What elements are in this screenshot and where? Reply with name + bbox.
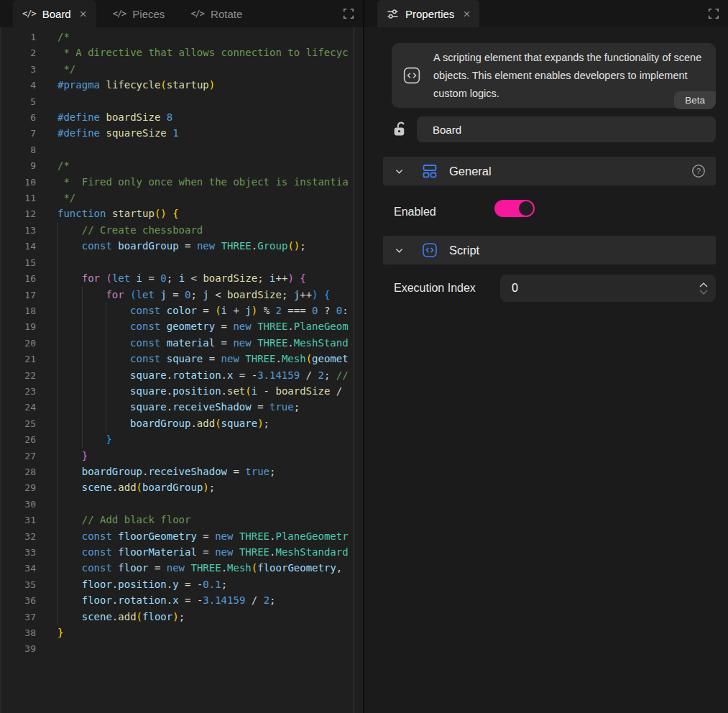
code-panel: </> Board × </> Pieces </> Rotate 1/*2 *… bbox=[0, 0, 363, 713]
code-line: 22square.rotation.x = -3.14159 / 2; // bbox=[1, 367, 363, 383]
stepper-up-icon[interactable] bbox=[699, 282, 709, 288]
code-line: 31// Add black floor bbox=[1, 512, 363, 528]
code-editor[interactable]: 1/*2 * A directive that allows connectio… bbox=[0, 27, 363, 713]
tab-label: Rotate bbox=[211, 8, 242, 20]
chevron-down-icon[interactable] bbox=[394, 245, 405, 256]
line-number: 13 bbox=[1, 223, 36, 239]
tab-label: Board bbox=[42, 8, 71, 20]
code-line: 12function startup() { bbox=[1, 206, 363, 221]
line-number: 21 bbox=[1, 351, 36, 367]
code-icon: </> bbox=[113, 9, 126, 19]
number-stepper bbox=[699, 282, 709, 295]
line-number: 6 bbox=[1, 110, 36, 126]
code-line: 5 bbox=[1, 93, 363, 109]
code-line: 18const color = (i + j) % 2 === 0 ? 0: bbox=[1, 303, 363, 318]
line-number: 1 bbox=[1, 29, 36, 45]
code-line: 20const material = new THREE.MeshStand bbox=[1, 335, 363, 351]
line-number: 38 bbox=[1, 625, 36, 641]
line-number: 29 bbox=[1, 480, 36, 496]
script-description-text: A scripting element that expands the fun… bbox=[433, 49, 704, 103]
code-line: 10 * Fired only once when the object is … bbox=[1, 174, 363, 190]
line-number: 20 bbox=[1, 336, 36, 351]
properties-body: A scripting element that expands the fun… bbox=[364, 27, 728, 713]
code-line: 35floor.position.y = -0.1; bbox=[1, 576, 363, 592]
properties-panel: Properties × A scripting element that ex… bbox=[363, 0, 728, 713]
code-line: 34const floor = new THREE.Mesh(floorGeom… bbox=[1, 560, 363, 576]
code-line: 28boardGroup.receiveShadow = true; bbox=[1, 464, 363, 479]
section-general-header[interactable]: General ? bbox=[383, 157, 716, 185]
code-line: 39 bbox=[1, 640, 363, 656]
line-number: 5 bbox=[1, 94, 36, 110]
code-line: 17for (let j = 0; j < boardSize; j++) { bbox=[1, 287, 363, 303]
code-line: 23square.position.set(i - boardSize / bbox=[1, 383, 363, 399]
section-script-header[interactable]: Script bbox=[383, 236, 716, 264]
code-line: 13// Create chessboard bbox=[1, 222, 363, 238]
tab-rotate[interactable]: </> Rotate bbox=[181, 0, 252, 27]
tab-properties[interactable]: Properties × bbox=[377, 0, 479, 27]
code-line: 25boardGroup.add(square); bbox=[1, 415, 363, 431]
layout-icon bbox=[422, 163, 438, 179]
code-line: 37scene.add(floor); bbox=[1, 609, 363, 625]
line-number: 9 bbox=[1, 158, 36, 174]
line-number: 17 bbox=[1, 288, 36, 303]
enabled-toggle[interactable] bbox=[494, 200, 535, 217]
line-number: 22 bbox=[1, 368, 36, 384]
close-icon[interactable]: × bbox=[463, 8, 470, 20]
tab-board[interactable]: </> Board × bbox=[13, 0, 96, 27]
line-number: 35 bbox=[1, 577, 36, 593]
code-line: 2 * A directive that allows connection t… bbox=[1, 45, 363, 60]
execution-index-field bbox=[500, 275, 716, 302]
tab-label: Pieces bbox=[132, 8, 165, 20]
close-icon[interactable]: × bbox=[80, 8, 87, 20]
line-number: 12 bbox=[1, 206, 36, 222]
line-number: 10 bbox=[1, 175, 36, 190]
object-name-input[interactable] bbox=[417, 116, 716, 142]
code-line: 38} bbox=[1, 625, 363, 640]
line-number: 26 bbox=[1, 432, 36, 448]
code-line: 15 bbox=[1, 254, 363, 270]
sliders-icon bbox=[387, 8, 399, 20]
line-number: 8 bbox=[1, 142, 36, 158]
line-number: 27 bbox=[1, 448, 36, 464]
code-icon: </> bbox=[190, 9, 204, 19]
line-number: 23 bbox=[1, 384, 36, 400]
column-ruler bbox=[354, 27, 354, 713]
code-line: 29scene.add(boardGroup); bbox=[1, 479, 363, 495]
line-number: 25 bbox=[1, 416, 36, 432]
help-icon[interactable]: ? bbox=[691, 164, 706, 178]
section-title: Script bbox=[449, 244, 479, 257]
code-line: 30 bbox=[1, 496, 363, 512]
code-line: 21const square = new THREE.Mesh(geomet bbox=[1, 351, 363, 367]
tab-pieces[interactable]: </> Pieces bbox=[103, 0, 175, 27]
code-line: 24square.receiveShadow = true; bbox=[1, 399, 363, 415]
code-line: 26} bbox=[1, 431, 363, 447]
toggle-knob bbox=[519, 201, 533, 216]
code-line: 4#pragma lifecycle(startup) bbox=[1, 77, 363, 93]
unlock-icon[interactable] bbox=[392, 120, 408, 140]
code-line: 27} bbox=[1, 448, 363, 464]
line-number: 36 bbox=[1, 593, 36, 609]
execution-index-input[interactable] bbox=[500, 281, 699, 295]
line-number: 24 bbox=[1, 400, 36, 415]
expand-panel-icon[interactable] bbox=[343, 8, 354, 22]
line-number: 31 bbox=[1, 512, 36, 528]
code-line: 9/* bbox=[1, 157, 363, 173]
line-number: 7 bbox=[1, 126, 36, 142]
code-lines: 1/*2 * A directive that allows connectio… bbox=[1, 29, 363, 657]
line-number: 18 bbox=[1, 303, 36, 319]
line-number: 15 bbox=[1, 255, 36, 271]
stepper-down-icon[interactable] bbox=[699, 289, 709, 295]
execution-index-label: Execution Index bbox=[394, 282, 476, 295]
tab-label: Properties bbox=[405, 8, 454, 20]
properties-tabbar: Properties × bbox=[364, 0, 728, 27]
chevron-down-icon[interactable] bbox=[394, 166, 405, 177]
line-number: 33 bbox=[1, 545, 36, 561]
line-number: 16 bbox=[1, 271, 36, 287]
script-icon bbox=[422, 242, 438, 258]
code-line: 11 */ bbox=[1, 190, 363, 206]
code-square-icon bbox=[403, 67, 420, 84]
code-line: 14const boardGroup = new THREE.Group(); bbox=[1, 238, 363, 254]
expand-panel-icon[interactable] bbox=[708, 8, 719, 22]
line-number: 2 bbox=[1, 45, 36, 61]
line-number: 3 bbox=[1, 62, 36, 78]
